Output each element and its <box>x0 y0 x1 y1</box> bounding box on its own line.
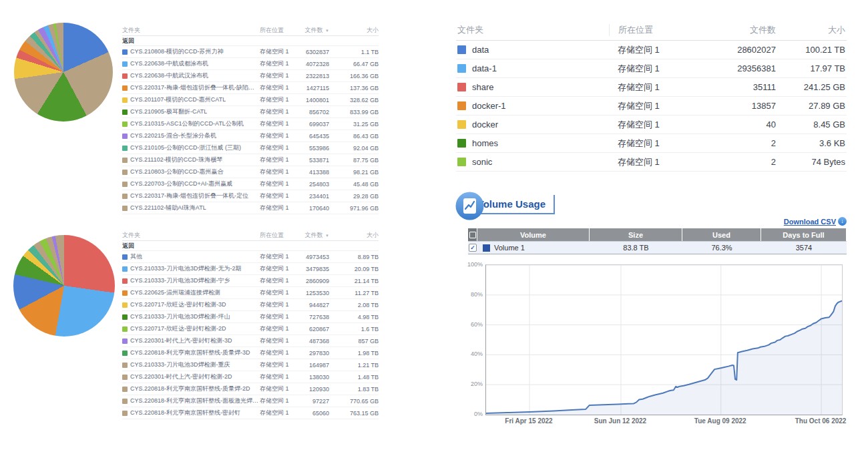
folder-filecount: 2 <box>706 138 776 148</box>
folder-name: CYS.210905-极耳翻折-CATL <box>130 107 207 116</box>
download-csv-label[interactable]: Download CSV <box>784 218 836 226</box>
folder-size: 2.08 TB <box>329 302 379 308</box>
folder-name-cell: docker <box>456 120 609 130</box>
folder-row[interactable]: share存储空间 135111241.25 GB <box>456 78 847 97</box>
folder-name: CYS.220818-利元亨南京国轩整线-面板激光焊接-... <box>130 397 260 405</box>
folder-filecount: 28602027 <box>706 45 776 55</box>
folder-row[interactable]: CYS.220301-时代上汽-密封钉检测-2D存储空间 11380301.48… <box>122 371 379 383</box>
folder-name-cell: docker-1 <box>456 101 609 111</box>
folder-row[interactable]: docker存储空间 1408.45 GB <box>456 116 847 134</box>
folder-filecount: 1253530 <box>292 290 329 296</box>
folder-name: CYS.220301-时代上汽-密封钉检测-3D <box>130 336 232 345</box>
folder-row[interactable]: CYS.220301-时代上汽-密封钉检测-3D存储空间 1487368857 … <box>122 335 379 347</box>
folder-row[interactable]: CYS.220638-中航武汉涂布机存储空间 12322813166.36 GB <box>122 70 379 82</box>
back-row[interactable]: 返回 <box>122 36 379 46</box>
folder-row[interactable]: CYS.210808-模切的CCD-苏州力神存储空间 163028371.1 T… <box>122 46 379 58</box>
folder-row[interactable]: CYS.201107-模切的CCD-惠州CATL存储空间 11400801328… <box>122 94 379 106</box>
folder-row[interactable]: CYS.221102-辅助AI珠海ATL存储空间 1170640971.96 G… <box>122 202 379 214</box>
folder-row[interactable]: CYS.210333-刀片电池3D焊检测-无为-2期存储空间 134798352… <box>122 263 379 275</box>
folder-row[interactable]: CYS.220703-公制的CCD+AI-惠州赢威存储空间 125480345.… <box>122 178 379 190</box>
pie-chart-bottom <box>13 235 115 336</box>
column-header-size[interactable]: 大小 <box>329 26 379 35</box>
folder-row[interactable]: CYS.210333-刀片电池3D焊检测-宁乡存储空间 1286090921.1… <box>122 275 379 287</box>
legend-color-square <box>122 146 128 151</box>
folder-row[interactable]: CYS.210333-刀片电池3D焊检测-坪山存储空间 17276384.98 … <box>122 311 379 323</box>
folder-row[interactable]: CYS.211102-模切的CCD-珠海横琴存储空间 153387187.75 … <box>122 154 379 166</box>
column-header-used[interactable]: Used <box>682 228 761 241</box>
folder-row[interactable]: data存储空间 128602027100.21 TB <box>456 41 847 59</box>
folder-name-cell: CYS.220703-公制的CCD+AI-惠州赢威 <box>122 180 260 188</box>
folder-row[interactable]: homes存储空间 123.6 KB <box>456 134 847 153</box>
column-header-filecount[interactable]: 文件数 ▼ <box>292 26 329 35</box>
column-header-filecount[interactable]: 文件数 ▼ <box>292 231 329 240</box>
folder-row[interactable]: CYS.210105-公制的CCD-浙江恒威 (三期)存储空间 15539869… <box>122 142 379 154</box>
checkbox-checked-icon[interactable]: ✓ <box>469 244 477 252</box>
folder-name-cell: CYS.220301-时代上汽-密封钉检测-3D <box>122 336 260 345</box>
folder-row[interactable]: CYS.220215-混合-长型涂分条机存储空间 164543586.43 GB <box>122 130 379 142</box>
folder-size: 27.89 GB <box>776 101 847 111</box>
legend-color-square <box>122 122 128 127</box>
folder-row[interactable]: CYS.210803-公制的CCD-惠州赢合存储空间 141338898.21 … <box>122 166 379 178</box>
folder-row[interactable]: CYS.220717-欣旺达-密封钉检测-3D存储空间 19448272.08 … <box>122 299 379 311</box>
table-header-row: 文件夹所在位置文件数 ▼大小 <box>122 25 379 36</box>
legend-color-square <box>122 194 128 199</box>
volume-days-to-full: 3574 <box>761 242 847 254</box>
folder-row[interactable]: CYS.220717-欣旺达-密封钉检测-2D存储空间 16208671.6 T… <box>122 323 379 335</box>
folder-row[interactable]: CYS.220818-利元亨南京国轩整线-面板激光焊接-...存储空间 1972… <box>122 395 379 407</box>
column-header-folder[interactable]: 文件夹 <box>456 24 609 36</box>
folder-row[interactable]: CYS.220818-利元亨南京国轩整线-质量焊-2D存储空间 11209301… <box>122 383 379 395</box>
folder-size: 833.99 GB <box>329 109 379 116</box>
folder-location: 存储空间 1 <box>260 276 292 285</box>
folder-row[interactable]: sonic存储空间 1274 Bytes <box>456 153 847 172</box>
folder-row[interactable]: CYS.220638-中航成都涂布机存储空间 1407232866.47 GB <box>122 58 379 70</box>
folder-row[interactable]: 其他存储空间 149734538.89 TB <box>122 251 379 263</box>
select-all-checkbox[interactable] <box>468 228 477 241</box>
column-header-size[interactable]: Size <box>590 228 682 241</box>
folder-name: docker-1 <box>472 101 506 111</box>
folder-row[interactable]: data-1存储空间 12935638117.97 TB <box>456 59 847 78</box>
column-header-location[interactable]: 所在位置 <box>260 26 292 35</box>
folder-filecount: 2 <box>706 157 776 167</box>
folder-size: 21.14 TB <box>329 278 379 284</box>
folder-row[interactable]: CYS.210315-ASC1公制的CCD-ATL公制机存储空间 1699037… <box>122 118 379 130</box>
folder-location: 存储空间 1 <box>609 138 706 150</box>
folder-filecount: 487368 <box>292 338 329 345</box>
folder-name: CYS.220818-利元亨南京国轩整线-质量焊-2D <box>130 385 250 393</box>
column-header-size[interactable]: 大小 <box>329 231 379 240</box>
column-header-folder[interactable]: 文件夹 <box>122 231 260 240</box>
legend-color-square <box>122 338 128 344</box>
folder-row[interactable]: CYS.210905-极耳翻折-CATL存储空间 1856702833.99 G… <box>122 106 379 118</box>
folder-row[interactable]: CYS.220818-利元亨南京国轩整线-质量焊-3D存储空间 12978301… <box>122 347 379 359</box>
folder-row[interactable]: CYS.220625-温州瑞浦连接焊检测存储空间 1125353011.27 T… <box>122 287 379 299</box>
folder-filecount: 138030 <box>292 374 329 381</box>
volume-checkbox-cell[interactable]: ✓ <box>468 242 477 254</box>
back-row[interactable]: 返回 <box>122 241 379 251</box>
folder-name-cell: CYS.210333-刀片电池3D焊检测-坪山 <box>122 312 260 321</box>
folder-name: CYS.211102-模切的CCD-珠海横琴 <box>130 156 222 164</box>
folder-row[interactable]: docker-1存储空间 11385727.89 GB <box>456 97 847 116</box>
folder-row[interactable]: CYS.220818-利元亨南京国轩整线-密封钉存储空间 165060763.1… <box>122 407 379 419</box>
folder-size: 17.97 TB <box>776 63 847 73</box>
folder-row[interactable]: CYS.220317-梅康-烟包连切折叠一体机-定位存储空间 123440129… <box>122 190 379 202</box>
folder-size: 1.1 TB <box>329 49 379 55</box>
folder-filecount: 699037 <box>292 121 329 128</box>
folder-row[interactable]: CYS.220317-梅康-烟包连切折叠一体机-缺陷检测存储空间 1142711… <box>122 82 379 94</box>
folder-filecount: 2860909 <box>292 278 329 284</box>
column-header-location[interactable]: 所在位置 <box>260 231 292 240</box>
column-header-folder[interactable]: 文件夹 <box>122 26 260 35</box>
folder-location: 存储空间 1 <box>260 107 292 116</box>
volume-name-cell: Volume 1 <box>477 242 590 254</box>
column-header-filecount[interactable]: 文件数 <box>706 24 776 36</box>
folder-row[interactable]: CYS.210333-刀片电池3D焊检测-重庆存储空间 11649871.21 … <box>122 359 379 371</box>
column-header-size[interactable]: 大小 <box>776 24 847 36</box>
folder-name-cell: sonic <box>456 157 609 167</box>
column-header-days-to-full[interactable]: Days to Full <box>761 228 847 241</box>
download-csv-link[interactable]: Download CSV ↓ <box>746 217 847 226</box>
x-axis-tick-label: Sun Jun 12 2022 <box>577 417 664 425</box>
folder-table-top-left: 文件夹所在位置文件数 ▼大小返回CYS.210808-模切的CCD-苏州力神存储… <box>122 25 379 214</box>
download-csv-icon[interactable]: ↓ <box>838 217 847 226</box>
column-header-volume[interactable]: Volume <box>477 228 590 241</box>
column-header-location[interactable]: 所在位置 <box>609 24 706 36</box>
volume-row[interactable]: ✓Volume 183.8 TB76.3%3574 <box>468 241 847 254</box>
folder-name: CYS.210105-公制的CCD-浙江恒威 (三期) <box>130 144 241 152</box>
